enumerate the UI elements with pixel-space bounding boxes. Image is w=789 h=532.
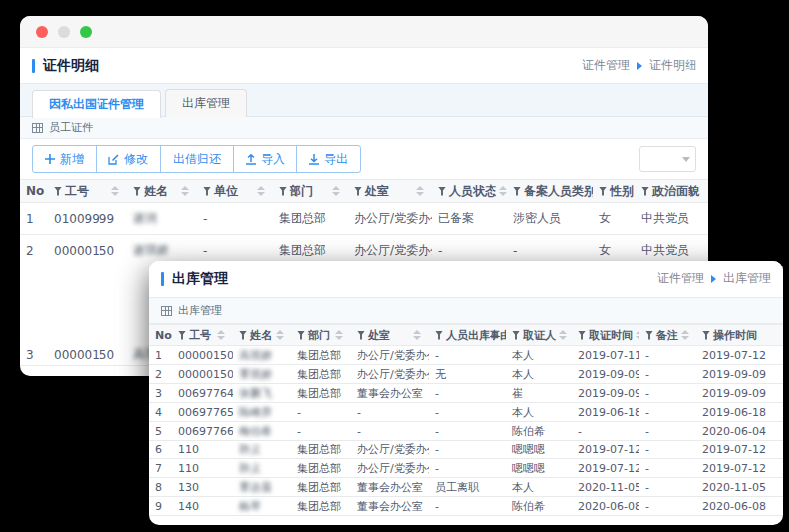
table-cell: - xyxy=(639,406,696,419)
table-cell: 员工离职 xyxy=(429,480,506,495)
column-header[interactable]: 操作时间 xyxy=(696,328,783,343)
column-header[interactable]: 工号 xyxy=(172,328,233,343)
column-header[interactable]: 备案人员类别 xyxy=(507,183,593,200)
filter-icon[interactable] xyxy=(512,331,520,340)
table-cell: 2019-07-12 xyxy=(696,462,783,475)
tab-private-abroad-certificates[interactable]: 因私出国证件管理 xyxy=(32,90,161,118)
column-header-label: 部门 xyxy=(290,183,313,200)
table-row[interactable]: 7110孙义集团总部办公厅/党委办公室-嗯嗯嗯2019-07-12-2019-0… xyxy=(149,459,783,478)
column-header[interactable]: 取证人 xyxy=(506,328,572,343)
table-cell: 董事会办公室 xyxy=(351,386,429,401)
table-row[interactable]: 6110孙义集团总部办公厅/党委办公室-嗯嗯嗯2019-07-12-2019-0… xyxy=(149,441,783,459)
table-cell: 2019-09-09 xyxy=(572,387,639,400)
table-cell: 2020-11-05 xyxy=(572,481,639,494)
close-button[interactable] xyxy=(36,26,48,38)
table-cell: 女 xyxy=(593,242,635,259)
breadcrumb-parent[interactable]: 证件管理 xyxy=(657,270,704,287)
toolbar: 新增 修改 出借归还 导入 导出 xyxy=(20,139,708,179)
column-header[interactable]: 人员状态 xyxy=(432,183,507,200)
sort-icon[interactable] xyxy=(335,330,345,340)
zoom-button[interactable] xyxy=(80,26,92,38)
table-row[interactable]: 300697764张鹏飞集团总部董事会办公室-崔2019-09-09-2019-… xyxy=(149,384,783,403)
filter-icon[interactable] xyxy=(438,187,446,196)
sort-icon[interactable] xyxy=(276,330,286,340)
edit-button[interactable]: 修改 xyxy=(96,145,161,173)
table-cell: 2019-07-12 xyxy=(572,443,639,456)
tab-outbound-management[interactable]: 出库管理 xyxy=(165,89,247,117)
column-header[interactable]: 处室 xyxy=(351,328,429,343)
table-cell: 3 xyxy=(149,387,172,400)
filter-icon[interactable] xyxy=(279,187,287,196)
column-header[interactable]: 备注 xyxy=(639,328,696,343)
sort-icon[interactable] xyxy=(559,330,569,340)
sort-icon[interactable] xyxy=(499,186,507,196)
sort-icon[interactable] xyxy=(217,330,227,340)
column-header[interactable]: 姓名 xyxy=(127,183,197,200)
filter-icon[interactable] xyxy=(599,187,607,196)
section-header: 出库管理 xyxy=(149,298,783,324)
breadcrumb-current[interactable]: 证件明细 xyxy=(649,57,696,74)
filter-icon[interactable] xyxy=(578,331,586,340)
filter-icon[interactable] xyxy=(645,331,653,340)
breadcrumb-current[interactable]: 出库管理 xyxy=(723,270,771,287)
filter-icon[interactable] xyxy=(702,331,710,340)
filter-icon[interactable] xyxy=(133,187,141,196)
sort-icon[interactable] xyxy=(416,186,426,196)
filter-icon[interactable] xyxy=(203,187,211,196)
table-cell: 3 xyxy=(20,348,48,362)
column-header-label: 取证人 xyxy=(523,328,556,343)
table-cell: - xyxy=(292,406,351,419)
sort-icon[interactable] xyxy=(413,330,423,340)
export-button[interactable]: 导出 xyxy=(296,145,361,173)
table-cell: 8 xyxy=(149,481,172,494)
table-row[interactable]: 9140杨琴集团总部董事会办公室-陈伯希2020-06-08-2020-06-0… xyxy=(149,497,783,516)
page-header: 证件明细 证件管理 证件明细 xyxy=(20,48,708,84)
column-header[interactable]: 姓名 xyxy=(233,328,292,343)
filter-icon[interactable] xyxy=(297,331,305,340)
column-header[interactable]: 人员出库事由 xyxy=(429,328,506,343)
table-cell: 高琪娇 xyxy=(233,348,292,363)
table-cell: 2 xyxy=(20,244,48,258)
breadcrumb-parent[interactable]: 证件管理 xyxy=(582,57,630,74)
minimize-button[interactable] xyxy=(58,26,70,38)
filter-select[interactable] xyxy=(639,146,696,172)
table-row[interactable]: 101009999谢润-集团总部办公厅/党委办公室已备案涉密人员女中共党员 xyxy=(20,203,708,235)
column-header[interactable]: 处室 xyxy=(348,183,432,200)
add-button[interactable]: 新增 xyxy=(32,145,97,173)
sort-icon[interactable] xyxy=(111,186,121,196)
filter-icon[interactable] xyxy=(357,331,365,340)
filter-icon[interactable] xyxy=(178,331,186,340)
filter-icon[interactable] xyxy=(641,187,649,196)
column-header[interactable]: 政治面貌 xyxy=(635,183,708,200)
filter-icon[interactable] xyxy=(54,187,62,196)
filter-icon[interactable] xyxy=(435,331,443,340)
add-button-label: 新增 xyxy=(60,151,84,168)
table-cell: - xyxy=(432,244,507,258)
column-header[interactable]: 取证时间 xyxy=(572,328,639,343)
filter-icon[interactable] xyxy=(354,187,362,196)
table-cell: 覃琪娇 xyxy=(233,367,292,382)
table-row[interactable]: 200000150覃琪娇集团总部办公厅/党委办公室无本人2019-09-09-2… xyxy=(149,365,783,384)
sort-icon[interactable] xyxy=(257,186,267,196)
filter-icon[interactable] xyxy=(513,187,521,196)
table-cell: 1 xyxy=(20,212,48,226)
table-row[interactable]: 400697765陈峰弃---本人2019-06-18-2019-06-18 xyxy=(149,403,783,422)
column-header[interactable]: 部门 xyxy=(292,328,351,343)
column-header[interactable]: 单位 xyxy=(197,183,273,200)
sort-icon[interactable] xyxy=(681,330,690,340)
table-row[interactable]: 100000150高琪娇集团总部办公厅/党委办公室-本人2019-07-11-2… xyxy=(149,346,783,365)
table-row[interactable]: 500697766梅伯希---陈伯希--2020-06-04 xyxy=(149,422,783,441)
column-header[interactable]: 性别 xyxy=(593,183,635,200)
filter-icon[interactable] xyxy=(239,331,247,340)
column-header[interactable]: 部门 xyxy=(273,183,348,200)
sort-icon[interactable] xyxy=(332,186,342,196)
table-row[interactable]: 8130覃达晨集团总部董事会办公室员工离职本人2020-11-05-2020-1… xyxy=(149,478,783,497)
toolbar-button-group: 新增 修改 出借归还 导入 导出 xyxy=(32,145,361,173)
sort-icon[interactable] xyxy=(181,186,191,196)
table-cell: 2020-06-08 xyxy=(696,500,783,513)
lend-return-button-label: 出借归还 xyxy=(173,151,221,168)
column-header[interactable]: 工号 xyxy=(48,183,127,200)
breadcrumb-arrow-icon xyxy=(711,275,716,283)
import-button[interactable]: 导入 xyxy=(233,145,297,173)
lend-return-button[interactable]: 出借归还 xyxy=(160,145,234,173)
